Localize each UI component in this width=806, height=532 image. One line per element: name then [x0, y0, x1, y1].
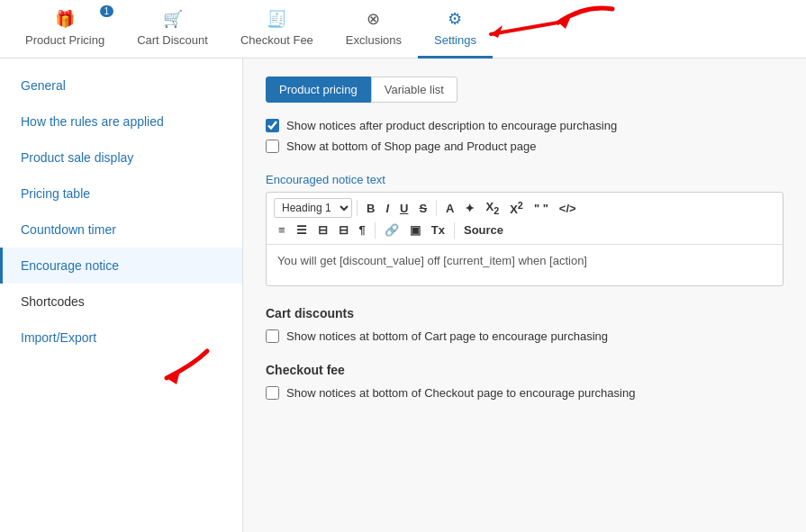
toolbar-separator-3	[375, 222, 376, 239]
tab-cart-discount[interactable]: 🛒 Cart Discount	[121, 0, 224, 59]
bold-button[interactable]: B	[362, 200, 379, 217]
product-pricing-section: Show notices after product description t…	[266, 119, 783, 153]
sidebar-item-pricing-table[interactable]: Pricing table	[0, 176, 242, 212]
italic-button[interactable]: I	[381, 200, 394, 217]
clear-format-button[interactable]: Tx	[427, 221, 449, 239]
editor-label: Encouraged notice text	[266, 173, 783, 186]
content-area: Product pricing Variable list Show notic…	[243, 59, 806, 532]
cart-discounts-section: Cart discounts Show notices at bottom of…	[266, 306, 783, 343]
sidebar-item-countdown-timer[interactable]: Countdown timer	[0, 212, 242, 248]
sidebar-item-shortcodes[interactable]: Shortcodes	[0, 284, 242, 320]
checkout-fee-section: Checkout fee Show notices at bottom of C…	[266, 363, 783, 400]
sidebar: General How the rules are applied Produc…	[0, 59, 243, 532]
subtab-product-pricing[interactable]: Product pricing	[266, 77, 371, 103]
checkbox-label-show-after-desc: Show notices after product description t…	[286, 119, 617, 132]
align-center-button[interactable]: ⊟	[334, 221, 353, 239]
toolbar-separator-2	[436, 200, 437, 216]
checkbox-row-show-bottom: Show at bottom of Shop page and Product …	[266, 140, 783, 153]
editor-box: Heading 1 Heading 2 Paragraph B I U S A …	[266, 192, 783, 286]
tab-product-pricing[interactable]: 🎁 Product Pricing 1	[9, 0, 121, 59]
editor-toolbar: Heading 1 Heading 2 Paragraph B I U S A …	[267, 193, 783, 245]
font-color-button[interactable]: A	[441, 200, 458, 217]
sidebar-item-encourage-notice[interactable]: Encourage notice	[0, 248, 242, 284]
main-layout: General How the rules are applied Produc…	[0, 59, 806, 532]
superscript-button[interactable]: X2	[505, 198, 528, 218]
link-button[interactable]: 🔗	[380, 221, 403, 239]
sidebar-item-import-export[interactable]: Import/Export	[0, 320, 242, 356]
toolbar-separator-4	[454, 222, 455, 239]
sidebar-item-product-sale[interactable]: Product sale display	[0, 140, 242, 176]
cart-discounts-title: Cart discounts	[266, 306, 783, 320]
subscript-button[interactable]: X2	[481, 198, 503, 218]
toolbar-separator-1	[357, 200, 358, 216]
underline-button[interactable]: U	[395, 200, 412, 217]
tab-checkout-fee[interactable]: 🧾 Checkout Fee	[224, 0, 330, 59]
sidebar-item-general[interactable]: General	[0, 68, 242, 104]
strikethrough-button[interactable]: S	[414, 200, 431, 217]
checkbox-cart-bottom[interactable]	[266, 329, 279, 343]
indent-button[interactable]: ¶	[355, 221, 370, 239]
image-button[interactable]: ▣	[405, 221, 425, 239]
cart-icon: 🛒	[163, 9, 183, 29]
tab-settings[interactable]: ⚙ Settings	[418, 0, 493, 59]
receipt-icon: 🧾	[267, 9, 286, 29]
editor-content[interactable]: You will get [discount_value] off [curre…	[267, 245, 783, 285]
checkout-fee-title: Checkout fee	[266, 363, 783, 377]
top-navigation: 🎁 Product Pricing 1 🛒 Cart Discount 🧾 Ch…	[0, 0, 806, 59]
badge-count: 1	[100, 5, 114, 17]
checkbox-label-checkout-bottom: Show notices at bottom of Checkout page …	[286, 386, 635, 400]
subtab-variable-list[interactable]: Variable list	[371, 77, 457, 103]
tab-exclusions[interactable]: ⊗ Exclusions	[330, 0, 418, 59]
blockquote-button[interactable]: " "	[530, 200, 553, 217]
source-button[interactable]: Source	[459, 221, 508, 239]
align-left-button[interactable]: ⊟	[313, 221, 332, 239]
sidebar-item-how-rules[interactable]: How the rules are applied	[0, 104, 242, 140]
checkbox-checkout-bottom[interactable]	[266, 386, 279, 400]
checkbox-label-show-bottom: Show at bottom of Shop page and Product …	[286, 140, 537, 153]
highlight-button[interactable]: ✦	[460, 200, 479, 217]
ordered-list-button[interactable]: ≡	[274, 221, 290, 239]
heading-select[interactable]: Heading 1 Heading 2 Paragraph	[274, 198, 352, 218]
gift-icon: 🎁	[55, 9, 75, 29]
gear-icon: ⚙	[448, 9, 462, 29]
editor-section: Encouraged notice text Heading 1 Heading…	[266, 173, 783, 286]
checkbox-label-cart-bottom: Show notices at bottom of Cart page to e…	[286, 329, 608, 343]
checkbox-row-cart-bottom: Show notices at bottom of Cart page to e…	[266, 329, 783, 343]
unordered-list-button[interactable]: ☰	[292, 221, 312, 239]
checkbox-show-bottom[interactable]	[266, 140, 279, 153]
exclusions-icon: ⊗	[367, 9, 380, 29]
checkbox-show-after-desc[interactable]	[266, 119, 279, 132]
code-button[interactable]: </>	[555, 200, 581, 217]
sub-tab-bar: Product pricing Variable list	[266, 77, 783, 103]
checkbox-row-checkout-bottom: Show notices at bottom of Checkout page …	[266, 386, 783, 400]
checkbox-row-show-after-desc: Show notices after product description t…	[266, 119, 783, 132]
